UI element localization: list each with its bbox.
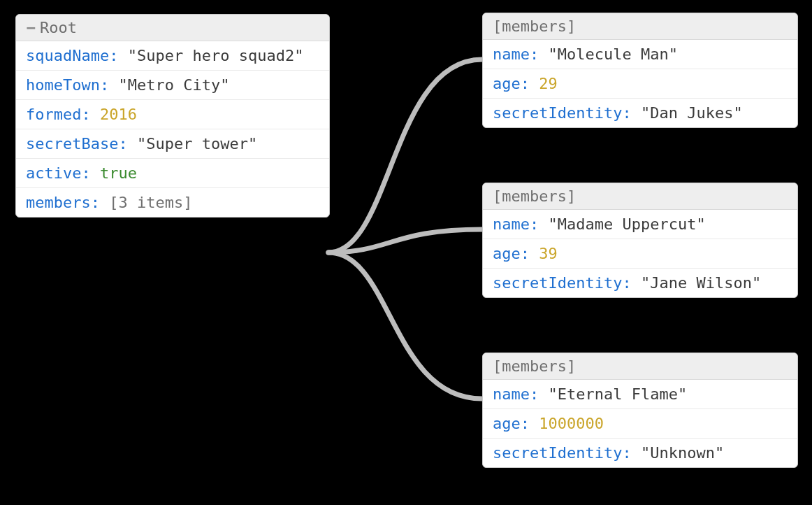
- number-value: 2016: [100, 106, 137, 123]
- field-active[interactable]: active: true: [16, 159, 329, 188]
- string-value: "Super tower": [137, 135, 257, 152]
- collapse-icon[interactable]: −: [26, 19, 36, 36]
- key-label: age: [493, 75, 521, 92]
- string-value: "Dan Jukes": [641, 104, 743, 122]
- field-age[interactable]: age: 29: [483, 69, 797, 99]
- key-label: formed: [26, 106, 81, 123]
- key-label: members: [26, 194, 91, 211]
- key-label: secretBase: [26, 135, 118, 152]
- string-value: "Molecule Man": [548, 45, 677, 63]
- root-node[interactable]: − Root squadName: "Super hero squad2" ho…: [15, 14, 330, 218]
- key-label: age: [493, 415, 521, 432]
- number-value: 1000000: [539, 415, 604, 432]
- string-value: "Madame Uppercut": [548, 215, 705, 233]
- field-homeTown[interactable]: homeTown: "Metro City": [16, 71, 329, 100]
- key-label: secretIdentity: [493, 104, 622, 122]
- string-value: "Super hero squad2": [128, 47, 304, 64]
- key-label: age: [493, 245, 521, 262]
- field-name[interactable]: name: "Eternal Flame": [483, 380, 797, 409]
- field-members[interactable]: members: [3 items]: [16, 188, 329, 217]
- key-label: squadName: [26, 47, 109, 64]
- root-title: Root: [40, 19, 77, 36]
- key-label: secretIdentity: [493, 274, 622, 292]
- member-node-0[interactable]: [members] name: "Molecule Man" age: 29 s…: [482, 13, 798, 128]
- node-type-label: [members]: [493, 187, 576, 205]
- field-name[interactable]: name: "Madame Uppercut": [483, 210, 797, 239]
- field-age[interactable]: age: 39: [483, 239, 797, 269]
- field-secretIdentity[interactable]: secretIdentity: "Dan Jukes": [483, 99, 797, 127]
- string-value: "Eternal Flame": [548, 385, 687, 403]
- root-header[interactable]: − Root: [16, 15, 329, 41]
- key-label: name: [493, 215, 530, 233]
- member-node-2[interactable]: [members] name: "Eternal Flame" age: 100…: [482, 353, 798, 468]
- string-value: "Jane Wilson": [641, 274, 761, 292]
- key-label: secretIdentity: [493, 444, 622, 462]
- key-label: homeTown: [26, 76, 100, 94]
- member-header[interactable]: [members]: [483, 353, 797, 380]
- field-name[interactable]: name: "Molecule Man": [483, 40, 797, 69]
- array-summary: [3 items]: [109, 194, 192, 211]
- number-value: 29: [539, 75, 558, 92]
- node-type-label: [members]: [493, 17, 576, 35]
- key-label: name: [493, 45, 530, 63]
- field-secretIdentity[interactable]: secretIdentity: "Jane Wilson": [483, 269, 797, 297]
- field-formed[interactable]: formed: 2016: [16, 100, 329, 129]
- member-node-1[interactable]: [members] name: "Madame Uppercut" age: 3…: [482, 183, 798, 298]
- field-secretBase[interactable]: secretBase: "Super tower": [16, 129, 329, 159]
- member-header[interactable]: [members]: [483, 183, 797, 210]
- field-squadName[interactable]: squadName: "Super hero squad2": [16, 41, 329, 71]
- key-label: active: [26, 164, 81, 182]
- string-value: "Metro City": [118, 76, 229, 94]
- number-value: 39: [539, 245, 558, 262]
- field-secretIdentity[interactable]: secretIdentity: "Unknown": [483, 439, 797, 467]
- string-value: "Unknown": [641, 444, 724, 462]
- node-type-label: [members]: [493, 357, 576, 375]
- key-label: name: [493, 385, 530, 403]
- field-age[interactable]: age: 1000000: [483, 409, 797, 439]
- boolean-value: true: [100, 164, 137, 182]
- member-header[interactable]: [members]: [483, 13, 797, 40]
